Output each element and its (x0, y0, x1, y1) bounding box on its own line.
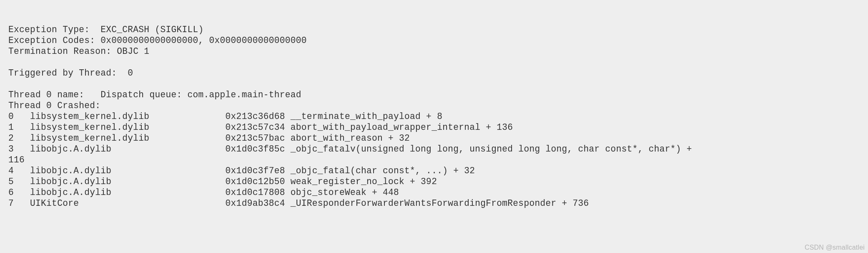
watermark-text: CSDN @smallcatlei (805, 244, 865, 251)
thread-name-line: Thread 0 name: Dispatch queue: com.apple… (8, 90, 301, 100)
triggered-by-line: Triggered by Thread: 0 (8, 68, 133, 78)
stack-frame-0: 0 libsystem_kernel.dylib 0x213c36d68 __t… (8, 111, 442, 121)
stack-frame-4: 4 libobjc.A.dylib 0x1d0c3f7e8 _objc_fata… (8, 166, 475, 176)
stack-frame-6: 6 libobjc.A.dylib 0x1d0c17808 objc_store… (8, 187, 399, 197)
stack-frame-3-cont: 116 (8, 155, 25, 165)
exception-type-line: Exception Type: EXC_CRASH (SIGKILL) (8, 25, 204, 35)
stack-frame-2: 2 libsystem_kernel.dylib 0x213c57bac abo… (8, 133, 410, 143)
exception-codes-line: Exception Codes: 0x0000000000000000, 0x0… (8, 35, 307, 46)
termination-reason-line: Termination Reason: OBJC 1 (8, 46, 149, 56)
stack-frame-3: 3 libobjc.A.dylib 0x1d0c3f85c _objc_fata… (8, 144, 692, 154)
crash-log: Exception Type: EXC_CRASH (SIGKILL) Exce… (0, 0, 868, 209)
stack-frame-7: 7 UIKitCore 0x1d9ab38c4 _UIResponderForw… (8, 198, 589, 208)
thread-crashed-line: Thread 0 Crashed: (8, 101, 100, 111)
stack-frame-1: 1 libsystem_kernel.dylib 0x213c57c34 abo… (8, 122, 513, 132)
stack-frame-5: 5 libobjc.A.dylib 0x1d0c12b50 weak_regis… (8, 177, 437, 187)
